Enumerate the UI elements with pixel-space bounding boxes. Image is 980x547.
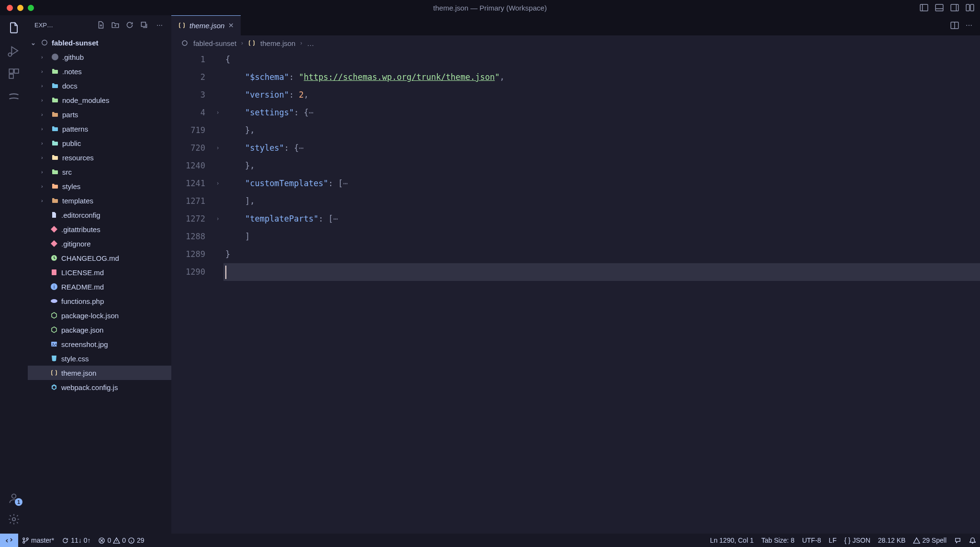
folder-icon [51, 182, 59, 190]
tabsize-item[interactable]: Tab Size: 8 [757, 536, 798, 544]
tree-root-folder[interactable]: ⌄fabled-sunset [28, 35, 171, 50]
cursor-position-item[interactable]: Ln 1290, Col 1 [706, 536, 757, 544]
explorer-title: EXP… [34, 22, 93, 29]
tree-file[interactable]: screenshot.jpg [28, 337, 171, 351]
code-editor[interactable]: 12347197201240124112711272128812891290 ›… [171, 51, 980, 534]
svg-point-14 [12, 518, 16, 521]
close-window-button[interactable] [7, 5, 13, 11]
folder-icon [51, 139, 59, 147]
tree-folder[interactable]: ›node_modules [28, 93, 171, 107]
accounts-icon[interactable] [7, 491, 21, 505]
language-item[interactable]: { } JSON [840, 536, 874, 544]
tree-folder[interactable]: ›public [28, 136, 171, 150]
svg-rect-2 [935, 4, 943, 11]
file-icon [50, 340, 58, 348]
folder-icon [51, 168, 59, 176]
fold-toggle [212, 51, 223, 68]
tree-folder[interactable]: ›resources [28, 150, 171, 165]
tree-file[interactable]: package-lock.json [28, 308, 171, 323]
settings-gear-icon[interactable] [7, 513, 21, 526]
folder-icon [51, 197, 59, 204]
panel-toggle-left-icon[interactable] [920, 3, 928, 12]
tree-file[interactable]: CHANGELOG.md [28, 251, 171, 265]
refresh-icon[interactable] [125, 21, 136, 29]
svg-point-13 [12, 494, 16, 498]
collapse-all-icon[interactable] [140, 21, 150, 29]
source-control-icon [181, 39, 189, 47]
breadcrumb-repo[interactable]: fabled-sunset [193, 39, 236, 47]
tab-more-icon[interactable]: ⋯ [966, 22, 972, 29]
breadcrumb-file[interactable]: theme.json [260, 39, 295, 47]
run-debug-icon[interactable] [7, 44, 21, 57]
panel-toggle-right-icon[interactable] [950, 3, 959, 12]
file-icon [50, 297, 58, 305]
maximize-window-button[interactable] [28, 5, 34, 11]
spell-item[interactable]: 29 Spell [909, 536, 950, 544]
fold-toggle[interactable]: › [212, 104, 223, 122]
tree-file[interactable]: .gitignore [28, 236, 171, 251]
git-branch-item[interactable]: master* [18, 536, 58, 544]
tree-folder[interactable]: ›styles [28, 179, 171, 193]
editor-tabs: theme.json ✕ ⋯ [171, 15, 980, 35]
file-icon [50, 254, 58, 262]
more-actions-icon[interactable]: ⋯ [154, 22, 165, 29]
split-editor-icon[interactable] [950, 21, 959, 30]
activity-bar [0, 15, 28, 534]
notifications-icon[interactable] [965, 537, 980, 544]
file-icon [50, 326, 58, 334]
tree-file[interactable]: .gitattributes [28, 222, 171, 236]
tree-file[interactable]: iREADME.md [28, 279, 171, 294]
tree-folder[interactable]: ›.github [28, 50, 171, 64]
tree-folder[interactable]: ›src [28, 165, 171, 179]
fold-toggle[interactable]: › [212, 210, 223, 228]
window-title: theme.json — Primary (Workspace) [433, 4, 546, 12]
fold-toggle[interactable]: › [212, 175, 223, 192]
remote-indicator[interactable] [0, 534, 18, 547]
svg-marker-8 [11, 47, 18, 55]
tree-folder[interactable]: ›.notes [28, 64, 171, 78]
tree-folder[interactable]: ›docs [28, 78, 171, 93]
window-controls [7, 5, 34, 11]
svg-rect-11 [14, 69, 19, 73]
customize-layout-icon[interactable] [966, 3, 974, 12]
new-file-icon[interactable] [97, 21, 107, 29]
tree-file[interactable]: package.json [28, 323, 171, 337]
feedback-icon[interactable] [950, 537, 965, 544]
tree-file[interactable]: .editorconfig [28, 208, 171, 222]
minimize-window-button[interactable] [17, 5, 23, 11]
fold-toggle[interactable]: › [212, 139, 223, 157]
tree-folder[interactable]: ›patterns [28, 122, 171, 136]
code-content[interactable]: { "$schema": "https://schemas.wp.org/tru… [223, 51, 980, 534]
filesize-item[interactable]: 28.12 KB [874, 536, 910, 544]
explorer-sidebar: EXP… ⋯ ⌄fabled-sunset›.github›.notes›doc… [28, 15, 171, 534]
tab-label: theme.json [189, 22, 224, 30]
tree-file[interactable]: theme.json [28, 366, 171, 380]
panel-toggle-bottom-icon[interactable] [935, 3, 944, 12]
fold-toggle [212, 263, 223, 281]
git-sync-item[interactable]: 11↓ 0↑ [58, 536, 94, 544]
new-folder-icon[interactable] [111, 21, 122, 29]
breadcrumb-more[interactable]: … [307, 39, 314, 47]
fold-toggle [212, 246, 223, 263]
fold-toggle [212, 192, 223, 210]
tree-file[interactable]: functions.php [28, 294, 171, 308]
svg-point-28 [23, 537, 25, 539]
extensions-icon[interactable] [7, 67, 21, 80]
tree-file[interactable]: LICENSE.md [28, 265, 171, 279]
json-brace-icon: { } [844, 536, 850, 544]
svg-rect-19 [52, 269, 56, 275]
tree-file[interactable]: webpack.config.js [28, 380, 171, 394]
tree-folder[interactable]: ›templates [28, 193, 171, 208]
problems-item[interactable]: 0 0 29 [94, 536, 148, 544]
tree-folder[interactable]: ›parts [28, 107, 171, 122]
sublime-icon[interactable] [7, 90, 21, 103]
explorer-icon[interactable] [7, 21, 21, 34]
svg-point-30 [26, 537, 28, 539]
breadcrumb[interactable]: fabled-sunset › theme.json › … [171, 35, 980, 51]
tab-theme-json[interactable]: theme.json ✕ [171, 15, 241, 35]
eol-item[interactable]: LF [825, 536, 840, 544]
tab-close-icon[interactable]: ✕ [228, 22, 234, 29]
tree-file[interactable]: style.css [28, 351, 171, 366]
encoding-item[interactable]: UTF-8 [798, 536, 825, 544]
file-icon [50, 240, 58, 247]
